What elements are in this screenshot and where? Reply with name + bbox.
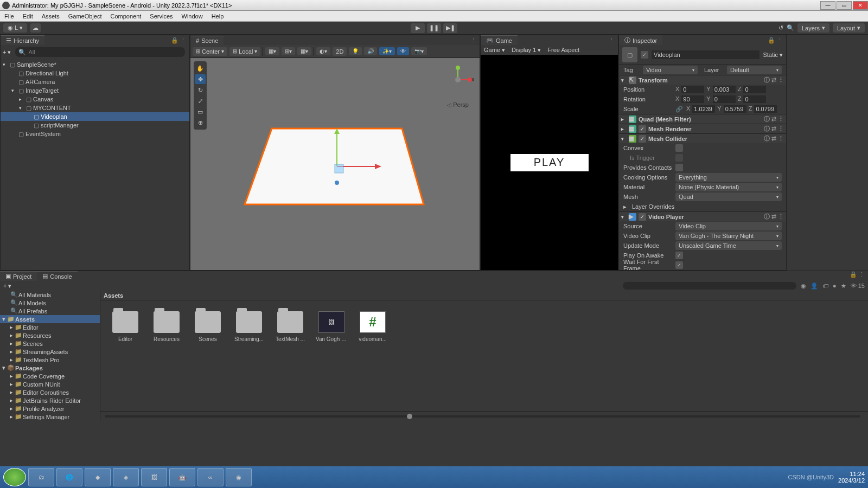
- save-icon[interactable]: ●: [833, 282, 837, 290]
- camera-settings[interactable]: 📷▾: [411, 47, 427, 55]
- hierarchy-item[interactable]: ▾▢ImageTarget: [1, 86, 189, 95]
- game-mode-dropdown[interactable]: Game ▾: [484, 47, 505, 54]
- lighting-toggle[interactable]: 💡: [349, 47, 362, 55]
- quad-header[interactable]: ▸▦ Quad (Mesh Filter)ⓘ ⇄ ⋮: [619, 114, 786, 124]
- create-dropdown[interactable]: + ▾: [3, 49, 11, 56]
- rect-tool[interactable]: ▭: [195, 107, 206, 117]
- pos-z[interactable]: [743, 86, 766, 93]
- hierarchy-item[interactable]: ▢Videoplan: [1, 112, 189, 121]
- favorite-item[interactable]: 🔍All Prefabs: [0, 307, 100, 315]
- account-dropdown[interactable]: ◉ L ▾: [3, 23, 27, 33]
- undo-history-icon[interactable]: ↺: [778, 24, 783, 31]
- asset-item[interactable]: #videoman...: [359, 311, 387, 342]
- menu-gameobject[interactable]: GameObject: [68, 13, 102, 20]
- favorite-icon[interactable]: ★: [841, 282, 846, 290]
- game-viewport[interactable]: PLAY: [481, 55, 618, 270]
- taskbar-explorer[interactable]: 🗂: [28, 468, 54, 486]
- cloud-button[interactable]: ☁: [30, 23, 41, 33]
- grid-visibility[interactable]: ▦▾: [297, 47, 311, 55]
- mesh-field[interactable]: Quad: [675, 192, 782, 201]
- menu-component[interactable]: Component: [110, 13, 141, 20]
- hierarchy-tab[interactable]: ☰ Hierarchy: [1, 35, 44, 45]
- hidden-toggle[interactable]: 👁: [397, 47, 409, 55]
- updatemode-dropdown[interactable]: Unscaled Game Time: [675, 241, 782, 250]
- clock-date[interactable]: 2024/3/12: [838, 477, 865, 484]
- hierarchy-item[interactable]: ▸▢Canvas: [1, 95, 189, 104]
- menu-services[interactable]: Services: [150, 13, 173, 20]
- inspector-tab[interactable]: ⓘ Inspector: [619, 35, 662, 46]
- meshrenderer-enabled[interactable]: [639, 125, 646, 133]
- menu-assets[interactable]: Assets: [42, 13, 60, 20]
- menu-help[interactable]: Help: [212, 13, 224, 20]
- favorite-item[interactable]: 🔍All Models: [0, 299, 100, 307]
- hierarchy-search-input[interactable]: [28, 49, 182, 55]
- videoclip-field[interactable]: Van Gogh - The Starry Night: [675, 232, 782, 240]
- minimize-button[interactable]: —: [820, 1, 835, 10]
- clock-time[interactable]: 11:24: [838, 471, 865, 477]
- physmat-field[interactable]: None (Physic Material): [675, 183, 782, 191]
- maximize-button[interactable]: ▭: [837, 1, 852, 10]
- transform-header[interactable]: ▾⇱ Transform ⓘ ⇄ ⋮: [619, 75, 786, 85]
- hierarchy-item[interactable]: ▢ARCamera: [1, 78, 189, 86]
- asset-item[interactable]: Resources: [152, 311, 181, 342]
- awake-checkbox[interactable]: [675, 252, 683, 259]
- asset-item[interactable]: Editor: [111, 311, 139, 342]
- packages-root[interactable]: ▾📦Packages: [0, 364, 100, 372]
- rotate-tool[interactable]: ↻: [195, 85, 206, 95]
- game-tab[interactable]: 🎮 Game: [481, 35, 518, 45]
- gameobject-name-input[interactable]: [652, 50, 760, 59]
- hierarchy-item[interactable]: ▢scriptManager: [1, 121, 189, 130]
- asset-item[interactable]: 🖼Van Gogh -...: [317, 311, 346, 342]
- play-button[interactable]: ▶: [411, 23, 425, 33]
- favorite-item[interactable]: 🔍All Materials: [0, 291, 100, 299]
- project-tab[interactable]: ▣ Project: [0, 271, 37, 281]
- scale-tool[interactable]: ⤢: [195, 96, 206, 106]
- scale-y[interactable]: [724, 105, 746, 113]
- rot-y[interactable]: [713, 95, 736, 103]
- taskbar-chrome[interactable]: 🌐: [56, 468, 82, 486]
- videoplayer-enabled[interactable]: [639, 213, 646, 221]
- cooking-dropdown[interactable]: Everything: [675, 173, 782, 182]
- thumbnail-size-slider[interactable]: [105, 415, 860, 418]
- provides-checkbox[interactable]: [675, 164, 683, 171]
- project-folder[interactable]: ▸📁Scenes: [0, 339, 100, 348]
- layout-dropdown[interactable]: Layout ▾: [833, 23, 865, 33]
- display-dropdown[interactable]: Display 1 ▾: [512, 47, 541, 54]
- menu-file[interactable]: File: [4, 13, 14, 20]
- project-folder[interactable]: ▸📁TextMesh Pro: [0, 356, 100, 364]
- transform-tool[interactable]: ⊕: [195, 118, 206, 127]
- videoplayer-header[interactable]: ▾▶ Video Playerⓘ ⇄ ⋮: [619, 211, 786, 221]
- asset-item[interactable]: Streaming...: [235, 311, 263, 342]
- project-folder[interactable]: ▸📁Resources: [0, 331, 100, 339]
- package-item[interactable]: ▸📁Code Coverage: [0, 372, 100, 380]
- filter-label-icon[interactable]: 🏷: [822, 282, 828, 290]
- layer-dropdown[interactable]: Default: [727, 66, 782, 74]
- hierarchy-tree[interactable]: ▾▢SampleScene*▢Directional Light▢ARCamer…: [1, 59, 189, 139]
- project-folder[interactable]: ▸📁Editor: [0, 323, 100, 331]
- draw-mode[interactable]: ◐▾: [316, 47, 330, 55]
- taskbar-app[interactable]: ◉: [226, 468, 252, 486]
- rot-z[interactable]: [743, 95, 766, 103]
- hierarchy-item[interactable]: ▢Directional Light: [1, 69, 189, 78]
- filter-icon[interactable]: ◉: [801, 282, 806, 290]
- rot-x[interactable]: [681, 95, 704, 103]
- asset-item[interactable]: Scenes: [194, 311, 222, 342]
- play-ui-button[interactable]: PLAY: [510, 154, 589, 171]
- package-item[interactable]: ▸📁Custom NUnit: [0, 380, 100, 388]
- package-item[interactable]: ▸📁Editor Coroutines: [0, 388, 100, 396]
- link-icon[interactable]: 🔗: [675, 106, 683, 113]
- scene-tab[interactable]: # Scene: [190, 36, 224, 45]
- layer-overrides[interactable]: Layer Overrides: [632, 203, 674, 210]
- view-tool[interactable]: ✋: [195, 63, 206, 73]
- scene-object-plane[interactable]: [234, 118, 429, 226]
- project-breadcrumb[interactable]: Assets: [104, 292, 123, 299]
- hierarchy-item[interactable]: ▢EventSystem: [1, 130, 189, 138]
- orientation-gizmo[interactable]: x: [442, 63, 474, 96]
- hierarchy-item[interactable]: ▾▢SampleScene*: [1, 60, 189, 69]
- layers-dropdown[interactable]: Layers ▾: [797, 23, 829, 33]
- taskbar-vs[interactable]: ∞: [197, 468, 224, 486]
- convex-checkbox[interactable]: [675, 144, 683, 152]
- menu-edit[interactable]: Edit: [23, 13, 33, 20]
- grid-snap[interactable]: ▦▾: [265, 47, 279, 55]
- hidden-icon[interactable]: 👁 15: [851, 282, 865, 290]
